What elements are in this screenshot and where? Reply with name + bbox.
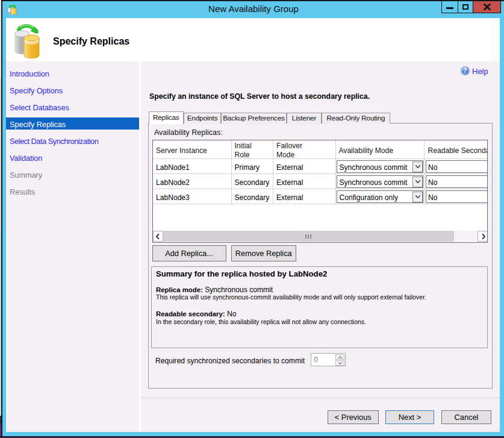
svg-text:?: ?	[463, 67, 467, 74]
